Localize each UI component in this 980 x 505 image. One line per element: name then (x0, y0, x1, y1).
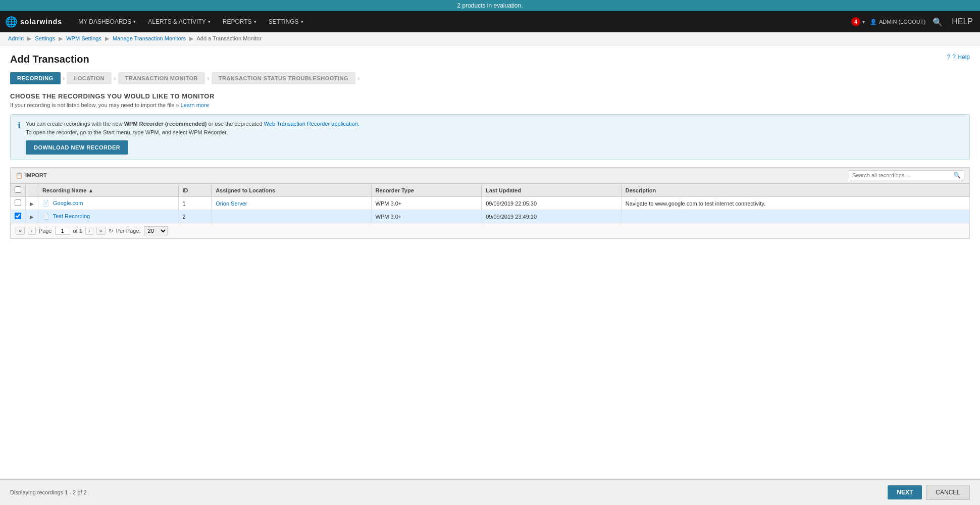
per-page-label: Per Page: (116, 228, 141, 234)
web-transaction-recorder-link[interactable]: Web Transaction Recorder application. (264, 121, 359, 127)
expand-icon[interactable]: ▶ (30, 201, 34, 207)
th-locations[interactable]: Assigned to Locations (212, 184, 371, 197)
next-page-button[interactable]: › (85, 227, 93, 235)
search-box: 🔍 (849, 170, 964, 180)
breadcrumb-sep4: ▶ (189, 35, 193, 41)
help-link[interactable]: ? ? Help (947, 54, 970, 61)
tab-arrow-4: › (357, 74, 360, 82)
chevron-down-icon: ▾ (133, 19, 136, 24)
select-all-checkbox[interactable] (15, 186, 21, 193)
breadcrumb-current: Add a Transaction Monitor (196, 35, 261, 41)
file-icon: 📄 (42, 200, 49, 206)
nav-bar: 🌐 solarwinds MY DASHBOARDS ▾ ALERTS & AC… (0, 11, 980, 32)
row-checkbox[interactable] (15, 213, 21, 219)
row-description-cell (621, 210, 969, 223)
import-icon: 📋 (16, 172, 23, 179)
row-name-cell: 📄 Test Recording (38, 210, 179, 223)
nav-items: MY DASHBOARDS ▾ ALERTS & ACTIVITY ▾ REPO… (72, 11, 851, 32)
expand-icon[interactable]: ▶ (30, 214, 34, 220)
search-input[interactable] (852, 172, 953, 178)
last-page-button[interactable]: » (96, 227, 106, 235)
section-subtext: If your recording is not listed below, y… (10, 102, 970, 108)
page-of-label: of 1 (73, 228, 82, 234)
admin-logout-button[interactable]: 👤 ADMIN (LOGOUT) (870, 19, 925, 25)
logo[interactable]: 🌐 solarwinds (5, 16, 62, 28)
tab-transaction-monitor[interactable]: TRANSACTION MONITOR (118, 72, 205, 84)
per-page-select[interactable]: 20 50 100 (144, 226, 168, 235)
row-last-updated-cell: 09/09/2019 23:49:10 (482, 210, 622, 223)
cancel-button[interactable]: CANCEL (926, 485, 970, 490)
search-button[interactable]: 🔍 (931, 15, 945, 29)
prev-page-button[interactable]: ‹ (28, 227, 36, 235)
info-text: You can create recordings with the new W… (26, 120, 359, 155)
tab-recording[interactable]: RECORDING (10, 72, 61, 84)
breadcrumb-wpm-settings[interactable]: WPM Settings (66, 35, 101, 41)
nav-my-dashboards[interactable]: MY DASHBOARDS ▾ (72, 11, 142, 32)
row-id-cell: 2 (178, 210, 212, 223)
user-icon: 👤 (870, 19, 877, 25)
row-expand-cell: ▶ (26, 197, 38, 210)
page-number-input[interactable] (55, 227, 70, 235)
row-locations-cell: Orion Server (212, 197, 371, 210)
row-description-cell: Navigate to www.google.com to test inter… (621, 197, 969, 210)
row-checkbox-cell (11, 210, 26, 223)
th-last-updated[interactable]: Last Updated (482, 184, 622, 197)
page-title: Add Transaction (10, 54, 89, 65)
breadcrumb-manage-monitors[interactable]: Manage Transaction Monitors (113, 35, 186, 41)
help-button[interactable]: HELP (950, 15, 975, 28)
next-button[interactable]: NEXT (888, 485, 922, 490)
row-expand-cell: ▶ (26, 210, 38, 223)
th-id[interactable]: ID (178, 184, 212, 197)
tab-arrow-1: › (63, 74, 65, 82)
tab-location[interactable]: LOCATION (67, 72, 112, 84)
chevron-down-icon: ▾ (862, 19, 865, 25)
row-last-updated-cell: 09/09/2019 22:05:30 (482, 197, 622, 210)
nav-reports[interactable]: REPORTS ▾ (217, 11, 263, 32)
breadcrumb-sep3: ▶ (105, 35, 109, 41)
first-page-button[interactable]: « (16, 227, 25, 235)
row-recorder-type-cell: WPM 3.0+ (371, 210, 482, 223)
table-row: ▶ 📄 Test Recording 2 WPM 3.0+ 09/09/2019… (11, 210, 970, 223)
refresh-icon[interactable]: ↻ (109, 228, 113, 234)
tab-arrow-2: › (114, 74, 116, 82)
breadcrumb-admin[interactable]: Admin (8, 35, 24, 41)
info-box: ℹ You can create recordings with the new… (10, 114, 970, 160)
th-recorder-type[interactable]: Recorder Type (371, 184, 482, 197)
display-info: Displaying recordings 1 - 2 of 2 (10, 489, 87, 490)
row-name-cell: 📄 Google.com (38, 197, 179, 210)
th-recording-name[interactable]: Recording Name ▲ (38, 184, 179, 197)
import-button[interactable]: 📋 IMPORT (16, 172, 47, 179)
nav-alerts-activity[interactable]: ALERTS & ACTIVITY ▾ (142, 11, 216, 32)
nav-settings[interactable]: SETTINGS ▾ (263, 11, 310, 32)
wizard-tabs: RECORDING › LOCATION › TRANSACTION MONIT… (10, 72, 970, 84)
page-label: Page (39, 228, 52, 234)
th-description[interactable]: Description (621, 184, 969, 197)
location-link[interactable]: Orion Server (216, 200, 247, 207)
row-recorder-type-cell: WPM 3.0+ (371, 197, 482, 210)
breadcrumb-sep: ▶ (27, 35, 31, 41)
logo-icon: 🌐 (5, 16, 18, 28)
chevron-down-icon: ▾ (254, 19, 256, 24)
nav-right: 4 ▾ 👤 ADMIN (LOGOUT) 🔍 HELP (851, 15, 975, 29)
eval-bar-text: 2 products in evaluation. (457, 2, 523, 9)
row-checkbox-cell (11, 197, 26, 210)
main-content: Add Transaction ? ? Help RECORDING › LOC… (0, 45, 980, 490)
row-checkbox[interactable] (15, 199, 21, 206)
info-icon: ℹ (18, 121, 21, 130)
action-bar: Displaying recordings 1 - 2 of 2 NEXT CA… (0, 479, 980, 490)
table-toolbar: 📋 IMPORT 🔍 (10, 167, 970, 183)
notification-badge: 4 (851, 17, 860, 26)
tab-transaction-status[interactable]: TRANSACTION STATUS TROUBLESHOOTING (212, 72, 355, 84)
row-id-cell: 1 (178, 197, 212, 210)
breadcrumb-settings[interactable]: Settings (35, 35, 55, 41)
logo-text: solarwinds (20, 18, 62, 26)
recording-name-link[interactable]: Test Recording (53, 213, 90, 219)
download-recorder-button[interactable]: DOWNLOAD NEW RECORDER (26, 140, 128, 155)
row-locations-cell (212, 210, 371, 223)
table-row: ▶ 📄 Google.com 1 Orion Server WPM 3.0+ 0… (11, 197, 970, 210)
file-icon: 📄 (42, 213, 49, 219)
search-icon[interactable]: 🔍 (953, 172, 961, 179)
notification-area[interactable]: 4 ▾ (851, 17, 865, 26)
learn-more-link[interactable]: Learn more (181, 102, 209, 108)
recording-name-link[interactable]: Google.com (53, 200, 83, 206)
